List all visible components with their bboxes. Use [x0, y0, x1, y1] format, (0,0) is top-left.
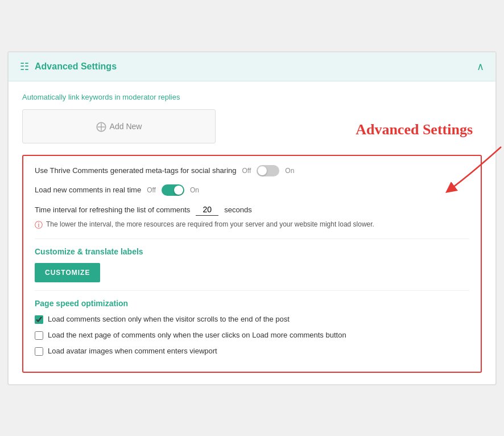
customize-button[interactable]: CUSTOMIZE: [35, 263, 100, 282]
page-speed-section: Page speed optimization Load comments se…: [35, 299, 469, 356]
settings-red-box: Use Thrive Comments generated meta-tags …: [22, 155, 482, 373]
warning-row: ⓘ The lower the interval, the more resou…: [35, 220, 469, 231]
panel-header: ☷ Advanced Settings ∧: [9, 52, 495, 81]
checkbox-label-3: Load avatar images when comment enters v…: [48, 347, 217, 355]
panel-body: Automatically link keywords in moderator…: [9, 81, 495, 384]
annotation-text: Advanced Settings: [356, 121, 473, 138]
add-new-label: Add New: [110, 122, 142, 131]
customize-section: Customize & translate labels CUSTOMIZE: [35, 247, 469, 282]
meta-tags-on-label: On: [285, 167, 294, 175]
meta-tags-off-label: Off: [242, 167, 251, 175]
meta-tags-toggle[interactable]: [257, 165, 279, 176]
customize-title: Customize & translate labels: [35, 247, 469, 256]
checkbox-row-1: Load comments section only when the visi…: [35, 315, 469, 324]
checkbox-row-2: Load the next page of comments only when…: [35, 331, 469, 340]
meta-tags-row: Use Thrive Comments generated meta-tags …: [35, 165, 469, 176]
realtime-on-label: On: [190, 186, 199, 194]
realtime-toggle[interactable]: [162, 184, 184, 196]
divider-2: [35, 290, 469, 291]
meta-tags-thumb: [258, 166, 267, 175]
checkbox-row-3: Load avatar images when comment enters v…: [35, 347, 469, 356]
checkbox-1[interactable]: [35, 315, 43, 324]
checkbox-3[interactable]: [35, 347, 43, 356]
checkbox-label-2: Load the next page of comments only when…: [48, 331, 346, 339]
collapse-icon[interactable]: ∧: [477, 60, 484, 73]
interval-unit: seconds: [224, 205, 251, 214]
realtime-row: Load new comments in real time Off On: [35, 184, 469, 196]
panel-title: Advanced Settings: [35, 61, 117, 72]
plus-icon: ⨁: [96, 120, 106, 133]
settings-icon: ☷: [20, 60, 29, 73]
interval-input[interactable]: [196, 204, 218, 216]
add-new-box[interactable]: ⨁ Add New: [22, 109, 216, 143]
info-icon: ⓘ: [35, 220, 43, 231]
realtime-label: Load new comments in real time: [35, 186, 141, 194]
realtime-off-label: Off: [147, 186, 156, 194]
warning-text: The lower the interval, the more resourc…: [46, 220, 374, 228]
header-left: ☷ Advanced Settings: [20, 60, 117, 73]
link-keywords-label: Automatically link keywords in moderator…: [22, 93, 482, 101]
realtime-thumb: [174, 186, 183, 195]
checkbox-label-1: Load comments section only when the visi…: [48, 315, 290, 323]
interval-row: Time interval for refreshing the list of…: [35, 204, 469, 216]
realtime-track: [162, 184, 184, 196]
interval-label: Time interval for refreshing the list of…: [35, 205, 190, 214]
meta-tags-track: [257, 165, 279, 176]
meta-tags-label: Use Thrive Comments generated meta-tags …: [35, 166, 237, 175]
checkbox-2[interactable]: [35, 331, 43, 340]
advanced-settings-panel: ☷ Advanced Settings ∧ Automatically link…: [7, 51, 497, 385]
page-speed-title: Page speed optimization: [35, 299, 469, 308]
divider-1: [35, 238, 469, 239]
